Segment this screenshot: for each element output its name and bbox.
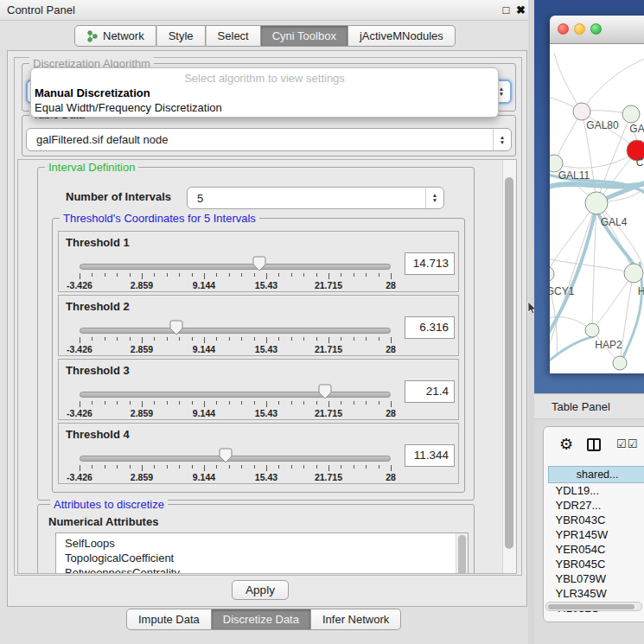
table-row[interactable]: YBL079WYBL0: [549, 571, 644, 586]
network-node-GCY1[interactable]: [550, 266, 554, 282]
top-tabs: Network Style Select Cyni Toolbox jActiv…: [74, 25, 456, 47]
network-icon: [86, 30, 99, 42]
close-traffic-light-icon[interactable]: [558, 23, 569, 35]
tab-discretize-data[interactable]: Discretize Data: [212, 609, 311, 630]
interval-definition-group: Interval Definition Number of Intervals …: [37, 167, 475, 501]
column-checkbox-icons[interactable]: ☑☑: [616, 437, 638, 450]
network-window-titlebar[interactable]: [550, 16, 644, 44]
zoom-traffic-light-icon[interactable]: [590, 23, 602, 35]
bottom-tabs: Impute Data Discretize Data Infer Networ…: [126, 609, 401, 630]
tab-network[interactable]: Network: [74, 25, 156, 47]
table-cell[interactable]: YBL079W: [549, 571, 644, 586]
thresholds-group-label: Threshold's Coordinates for 5 Intervals: [60, 212, 259, 225]
list-item[interactable]: BetweennessCentrality: [56, 565, 468, 574]
table-cell[interactable]: YDL19...: [549, 483, 644, 498]
tab-select[interactable]: Select: [206, 25, 261, 47]
settings-vertical-scrollbar[interactable]: [502, 160, 516, 573]
table-row[interactable]: YPR145WYPR1: [549, 527, 644, 542]
attributes-list-scrollbar[interactable]: [456, 533, 468, 574]
control-panel-title: Control Panel: [7, 0, 75, 21]
slider-handle[interactable]: [318, 384, 332, 399]
spinner-icon: ▲▼: [493, 129, 511, 150]
tab-impute-data[interactable]: Impute Data: [126, 609, 212, 630]
split-view-icon[interactable]: [587, 438, 601, 451]
table-cell[interactable]: YPR145W: [549, 527, 644, 542]
panel-divider[interactable]: [528, 0, 534, 644]
network-node-label: C: [636, 156, 644, 169]
close-icon[interactable]: ✖: [513, 3, 528, 18]
tab-label: Cyni Toolbox: [272, 29, 336, 42]
table-row[interactable]: YBR043CYBR0: [549, 513, 644, 527]
slider-handle[interactable]: [252, 256, 266, 271]
table-cell[interactable]: YLR345W: [549, 586, 644, 601]
network-canvas[interactable]: GAL80GACGAL11GAL4GCY1HHAP2: [550, 44, 644, 373]
minimize-traffic-light-icon[interactable]: [574, 23, 585, 35]
scrollbar-thumb[interactable]: [458, 535, 466, 574]
list-item[interactable]: TopologicalCoefficient: [56, 551, 468, 565]
network-node-bottom-partial[interactable]: [613, 356, 627, 370]
number-of-intervals-combobox[interactable]: 5 ▲▼: [187, 187, 444, 209]
tab-label: Discretize Data: [223, 613, 299, 626]
network-node-top-right[interactable]: [622, 105, 640, 123]
table-row[interactable]: YBR045CYBR0: [549, 557, 644, 571]
table-cell[interactable]: YER054C: [549, 542, 644, 557]
node-table-panel: ⚙ ☑☑ shared... na YDL19...YDL1YDR27...YD…: [543, 426, 644, 622]
threshold-label: Threshold 2: [66, 300, 130, 313]
scrollbar-thumb[interactable]: [505, 177, 513, 549]
network-view-window: GAL80GACGAL11GAL4GCY1HHAP2: [550, 16, 644, 373]
threshold-3-panel: Threshold 3 -3.4262.8599.14415.4321.7152…: [58, 359, 459, 420]
slider-handle[interactable]: [169, 320, 183, 335]
threshold-value-field[interactable]: 11.344: [405, 444, 455, 467]
tab-infer-network[interactable]: Infer Network: [311, 609, 401, 630]
gear-icon[interactable]: ⚙: [559, 435, 573, 454]
table-cell[interactable]: YBR045C: [549, 557, 644, 571]
tab-label: Select: [218, 29, 249, 42]
threshold-slider[interactable]: [80, 456, 391, 462]
attributes-group: Attributes to discretize Numerical Attri…: [37, 504, 475, 574]
table-cell[interactable]: YBR043C: [549, 513, 644, 527]
network-node-GAL80[interactable]: [573, 103, 590, 120]
tab-jactivemnodules[interactable]: jActiveMNodules: [348, 25, 456, 47]
control-panel-titlebar: Control Panel □ ✖: [0, 0, 534, 21]
network-node-label: HAP2: [595, 339, 622, 351]
tab-cyni-toolbox[interactable]: Cyni Toolbox: [261, 25, 348, 47]
threshold-2-panel: Threshold 2 -3.4262.8599.14415.4321.7152…: [58, 295, 459, 356]
threshold-value-field[interactable]: 14.713: [405, 252, 455, 275]
number-of-intervals-label: Number of Intervals: [66, 190, 171, 203]
numerical-attributes-list[interactable]: SelfLoopsTopologicalCoefficientBetweenne…: [55, 532, 469, 574]
tab-label: Infer Network: [322, 613, 389, 626]
threshold-slider[interactable]: [80, 328, 391, 334]
threshold-slider[interactable]: [80, 392, 391, 398]
table-data-combobox[interactable]: galFiltered.sif default node ▲▼: [26, 128, 512, 151]
table-row[interactable]: YLR345WYLR3: [549, 586, 644, 601]
threshold-value-field[interactable]: 6.316: [405, 316, 455, 339]
column-header-shared[interactable]: shared...: [549, 467, 644, 483]
tab-style[interactable]: Style: [156, 25, 206, 47]
table-data-value: galFiltered.sif default node: [36, 129, 168, 150]
slider-handle[interactable]: [219, 448, 233, 463]
table-row[interactable]: YER054CYER0: [549, 542, 644, 557]
menu-item-equal-width-frequency[interactable]: Equal Width/Frequency Discretization: [35, 101, 222, 114]
table-cell[interactable]: YDR27...: [549, 498, 644, 513]
network-node-GAL4[interactable]: [585, 192, 608, 214]
threshold-label: Threshold 1: [66, 236, 130, 249]
threshold-value-field[interactable]: 21.4: [405, 380, 455, 403]
table-row[interactable]: YDR27...YDR2: [549, 498, 644, 513]
float-icon[interactable]: □: [499, 3, 513, 18]
table-row[interactable]: YDL19...YDL1: [549, 483, 644, 498]
spinner-icon: ▲▼: [425, 188, 443, 208]
table-data-group: Table Data galFiltered.sif default node …: [22, 115, 516, 156]
table-horizontal-scrollbar[interactable]: [545, 602, 642, 611]
control-panel-tabbar: Network Style Select Cyni Toolbox jActiv…: [0, 21, 534, 50]
list-item[interactable]: SelfLoops: [56, 536, 468, 551]
settings-scroll-viewport: Interval Definition Number of Intervals …: [17, 159, 517, 574]
threshold-slider[interactable]: [80, 264, 391, 270]
network-node-H[interactable]: [624, 264, 643, 283]
network-node-HAP2[interactable]: [585, 323, 599, 337]
scrollbar-thumb[interactable]: [548, 604, 634, 609]
node-table[interactable]: shared... na YDL19...YDL1YDR27...YDR2YBR…: [548, 466, 644, 615]
menu-item-manual-discretization[interactable]: Manual Discretization: [35, 86, 150, 99]
algorithm-popup-hint: Select algorithm to view settings: [31, 72, 498, 85]
network-node-label: GAL11: [558, 169, 590, 182]
apply-button[interactable]: Apply: [232, 580, 289, 600]
